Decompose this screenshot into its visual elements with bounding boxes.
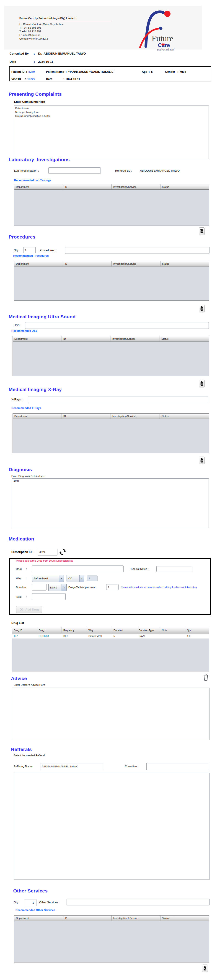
diagnosis-textarea[interactable]: ARTI (12, 479, 209, 528)
drug-header-id: Drug ID (12, 627, 37, 633)
complaints-label: Enter Complaints Here (14, 100, 45, 103)
way-select[interactable]: Before Meal ▼ (32, 575, 64, 582)
special-notes-label: Special Notes : (131, 568, 149, 570)
chevron-down-icon: ▼ (79, 575, 84, 582)
xray-delete-button[interactable] (199, 457, 205, 464)
total-input[interactable] (32, 593, 66, 600)
xray-label: X-Rays : (11, 398, 22, 401)
drug-suggestion-note: Please select the Drug from Drug suggess… (16, 559, 73, 562)
other-table-header: Department ID Investigation / Service St… (14, 916, 209, 921)
drug-header-drug: Drug (37, 627, 62, 633)
section-title-xray: Medical Imaging X-Ray (9, 387, 62, 392)
drug-list-label: Drug List (11, 621, 24, 625)
uss-header-investigation: Investigation/Service (111, 336, 160, 341)
other-header-id: ID (63, 916, 112, 921)
duration-input[interactable] (32, 584, 47, 590)
lab-investigation-input[interactable] (48, 167, 101, 174)
diagnosis-label: Enter Diagnosis Details Here (11, 475, 45, 477)
visit-date-field: Date :2024-10-11 (46, 77, 80, 81)
company-phone-1: T: +24 82 593 593 (19, 26, 41, 29)
drug-cell-duration: 5 (112, 633, 137, 638)
company-number: Company No.8417652-2 (19, 37, 48, 40)
consultant-input[interactable] (146, 763, 209, 770)
prescription-id-input[interactable] (38, 549, 58, 555)
prescription-id-label: Prescription ID : (11, 550, 34, 554)
procedures-qty-input[interactable] (23, 247, 35, 253)
drug-cell-frequency: BID (62, 633, 87, 638)
visit-id-field: Visit ID :16227 (11, 77, 35, 81)
procedures-table: Department ID Investigation/Service Stat… (14, 261, 209, 301)
patient-age-field: Age :5 (142, 70, 153, 74)
refresh-icon (59, 548, 66, 555)
uss-header-department: Department (13, 336, 62, 341)
consulted-by-label: Consulted By (10, 52, 33, 55)
chevron-down-icon: ▼ (61, 584, 66, 591)
lab-table-body (14, 189, 209, 226)
lab-delete-button[interactable] (199, 228, 205, 235)
xray-header-department: Department (13, 414, 62, 418)
add-drug-label: Add Drug (25, 608, 39, 611)
other-services-input[interactable] (67, 899, 210, 905)
drug-table-header: Drug ID Drug Fequency Way Duration Durat… (12, 627, 209, 633)
duration-type-value: Day/s (48, 584, 61, 591)
frequency-qty-input (87, 576, 98, 581)
patient-gender-label: Gender : (165, 70, 178, 73)
lab-referred-by-label: Reffered By : (115, 169, 132, 172)
decimal-fraction-note: Please add as decimal numbers when addin… (121, 586, 209, 589)
trash-icon (200, 381, 204, 386)
procedures-input[interactable] (65, 247, 209, 254)
advice-delete-button[interactable] (202, 673, 210, 682)
logo-tagline: Body Mind Soul (157, 48, 175, 51)
procedures-header-id: ID (63, 261, 112, 266)
procedures-delete-button[interactable] (199, 305, 205, 312)
recommended-lab-testings-label: Recommended Lab Testings (14, 179, 51, 182)
company-phone-2: T: +24 84 225 252 (19, 30, 41, 33)
duration-type-select[interactable]: Day/s ▼ (48, 584, 67, 591)
drug-header-note: Note (160, 627, 185, 633)
company-address: Le Chainter,Victoria,Mahe,Seychelles (19, 23, 63, 25)
section-title-ultrasound: Medical Imaging Ultra Sound (9, 314, 75, 320)
lab-header-status: Status (161, 185, 209, 189)
company-logo: Future Care Body Mind Soul (137, 6, 182, 51)
way-select-value: Before Meal (32, 575, 59, 582)
section-title-other-services: Other Services (13, 888, 48, 894)
patient-info-bar (9, 67, 211, 81)
referrals-label: Select the needed Refferal (14, 754, 45, 757)
uss-delete-button[interactable] (199, 380, 205, 387)
lab-testings-table: Department ID Investigation/Service Stat… (14, 184, 209, 226)
section-title-medication: Medication (9, 536, 34, 542)
xray-table-body (13, 419, 209, 453)
frequency-select[interactable]: OD ▼ (67, 575, 84, 582)
procedures-table-body (14, 266, 209, 301)
patient-gender-value: Male (180, 70, 186, 73)
referring-doctor-input[interactable] (40, 763, 103, 770)
advice-textarea[interactable] (11, 687, 209, 740)
drug-list-table: Drug ID Drug Fequency Way Duration Durat… (12, 627, 209, 671)
recommended-xray-label: Recommended X-Rays (11, 407, 41, 410)
chevron-down-icon: ▼ (59, 575, 64, 582)
add-drug-button[interactable]: Add Drug (16, 606, 42, 613)
company-name: Future Care by Future Holdings (Pty) Lim… (19, 17, 75, 19)
complaints-textarea[interactable]: Patient seen No longer having fever Over… (14, 105, 209, 159)
drug-input[interactable] (32, 565, 124, 572)
letterhead-divider (19, 21, 112, 21)
section-title-diagnosis: Diagnosis (9, 467, 32, 472)
visit-id-label: Visit ID : (11, 78, 26, 81)
per-meal-input[interactable] (106, 584, 119, 590)
procedures-header-investigation: Investigation/Service (112, 261, 161, 266)
procedures-input-label: Procedures : (40, 249, 56, 252)
section-title-laboratory: Laboratory Investigations (9, 157, 70, 162)
trash-icon (203, 966, 207, 971)
lab-investigation-label: Lab Investingation : (14, 169, 39, 172)
other-qty-input[interactable] (24, 899, 37, 906)
uss-input[interactable] (25, 322, 209, 329)
patient-age-value: 5 (151, 70, 153, 73)
patient-name-label: Patient Name : (46, 70, 67, 73)
prescription-refresh-button[interactable] (59, 548, 67, 556)
drug-table-row[interactable]: 147 SODIUM BID Before Meal 5 Day/s 1.0 (12, 633, 209, 639)
drug-cell-id: 147 (12, 633, 37, 638)
xray-input[interactable] (28, 396, 208, 403)
other-services-delete-button[interactable] (202, 964, 208, 972)
referral-list[interactable] (14, 773, 210, 880)
special-notes-input[interactable] (156, 566, 193, 572)
